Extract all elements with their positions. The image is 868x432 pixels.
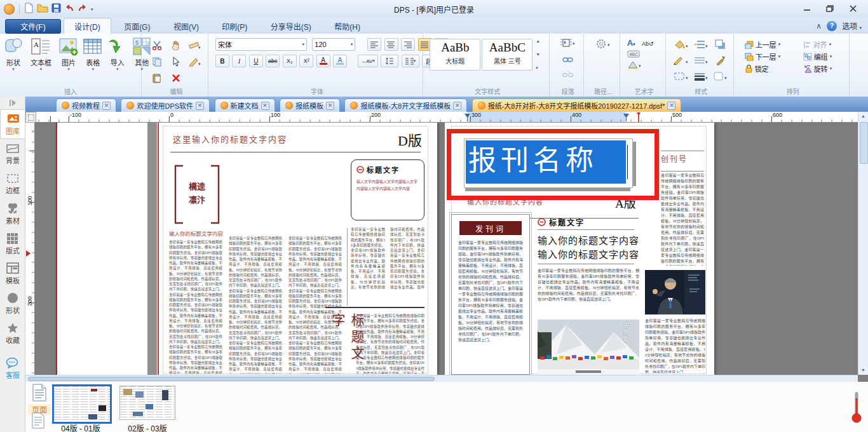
align-right-button[interactable] xyxy=(401,38,415,51)
doc-tab-video-tutorial[interactable]: 视频教程✕ xyxy=(56,98,116,112)
insert-textbox-button[interactable]: A 文本框▾ xyxy=(27,37,55,71)
sidebar-item-favorites[interactable]: 收藏 xyxy=(0,318,25,348)
pen-edit-icon[interactable]: ▾ xyxy=(189,57,201,69)
sidebar-item-layout[interactable]: 版式 xyxy=(0,229,25,259)
page-d-subtitle[interactable]: 输入你的标题文字内容 xyxy=(169,229,223,237)
tab-view[interactable]: 视图(V) xyxy=(163,18,209,34)
collapse-ribbon-icon[interactable]: ∧ xyxy=(816,22,822,30)
align-center-button[interactable] xyxy=(384,38,398,51)
headline-line2[interactable]: 输入你的标题文字内容 xyxy=(538,248,639,262)
shadow-style-icon[interactable] xyxy=(715,39,726,52)
copy-icon[interactable] xyxy=(152,57,162,69)
indent-style-icon[interactable]: ▾ xyxy=(693,40,709,51)
character-spacing-button[interactable]: ↔AV▾ xyxy=(358,55,378,67)
bold-button[interactable]: B xyxy=(215,55,229,67)
founding-column[interactable]: 创刊号 金印客是一家专业数码与传统网络排版印刷的服务平台，拥有30多年印刷服务经… xyxy=(661,148,704,266)
outline-pencil-icon[interactable]: ▾ xyxy=(674,56,689,67)
wordart-a-icon[interactable]: A▾ xyxy=(627,38,635,48)
sidebar-item-gallery[interactable]: 图库 xyxy=(0,109,25,139)
horizontal-scrollbar[interactable] xyxy=(25,375,858,382)
lock-button[interactable]: 锁定 xyxy=(745,64,801,74)
sidebar-item-shapes[interactable]: 形状 xyxy=(0,288,25,318)
mountain-photo[interactable]: 中外观 xyxy=(538,320,639,375)
line-weight-icon[interactable]: ▾ xyxy=(693,72,709,83)
superscript-button[interactable]: X² xyxy=(299,55,313,67)
headline-line1[interactable]: 输入你的标题文字内容 xyxy=(538,234,639,248)
format-painter-icon[interactable] xyxy=(715,55,726,68)
selection-start-marker[interactable] xyxy=(464,113,471,122)
tab-design[interactable]: 设计(D) xyxy=(64,18,111,34)
tab-print[interactable]: 印刷(P) xyxy=(212,18,257,34)
measure-icon[interactable]: ▾ xyxy=(189,40,201,53)
center-article-column[interactable]: 标题文字 输入你的标题文字内容 输入你的标题文字内容 金印客是一家专业数码与传统… xyxy=(538,214,639,375)
file-menu-button[interactable]: 文件(F) xyxy=(5,19,61,34)
tab-close-icon[interactable]: ✕ xyxy=(261,102,269,110)
rotate-button[interactable]: 旋转▾ xyxy=(803,64,854,74)
abc-stamp-icon[interactable]: ABC xyxy=(627,50,640,60)
tab-close-icon[interactable]: ✕ xyxy=(453,102,461,110)
pan-hand-icon[interactable] xyxy=(171,40,181,53)
doc-tab-active-newspaper[interactable]: 报纸-大8开对折-大8开文字报纸模板20190227-1217.dpsf*✕ xyxy=(472,98,682,112)
shape-style-icon[interactable]: ▾ xyxy=(713,71,728,84)
bracket-quote-frame[interactable]: 構逵 凛汴 xyxy=(174,165,220,224)
scroll-up-icon[interactable]: ▲ xyxy=(858,112,868,121)
vertical-ruler[interactable]: 100 200 xyxy=(25,123,35,375)
path-gear-icon[interactable]: ▾ xyxy=(595,41,611,51)
right-photo-column[interactable]: 金印客是一家专业数码与传统网络排版印刷的服务平台，拥有30多年印刷服务经验。金印… xyxy=(645,270,705,375)
delete-icon[interactable] xyxy=(172,74,180,85)
headline-box[interactable]: 标题文字 输入文字内容输入文字内容输入文字内容输入文字内容输入文字内容 xyxy=(351,159,424,220)
design-canvas[interactable]: 这里输入你的标题文字内容 D版 構逵 凛汴 输入你的标题文字内容 xyxy=(35,123,858,375)
tab-page[interactable]: 页面(G) xyxy=(114,18,160,34)
page-d-edition-label[interactable]: D版 xyxy=(398,129,422,149)
body-text-column[interactable]: 金印客是一家专业数码与传统网络排版印刷的服务平台，拥有30多年印刷服务经验。金印… xyxy=(538,268,639,315)
insert-picture-button[interactable]: 图片▾ xyxy=(58,37,79,71)
dashed-border-icon[interactable]: ▾ xyxy=(674,72,689,83)
feedback-thermometer-icon[interactable] xyxy=(851,391,862,426)
tab-close-icon[interactable]: ✕ xyxy=(667,102,675,110)
scroll-down-icon[interactable]: ▼ xyxy=(858,366,868,375)
slant-text-icon[interactable]: ▾ xyxy=(627,60,642,71)
text-style-card-headline[interactable]: AaBb 大标题 xyxy=(430,39,480,71)
thumbnail-spread-1[interactable] xyxy=(52,384,112,424)
select-cursor-icon[interactable] xyxy=(172,57,180,69)
fill-bucket-icon[interactable]: ▾ xyxy=(674,39,689,52)
speaker-photo[interactable] xyxy=(645,270,705,314)
text-wrap-icon[interactable]: ▾ xyxy=(560,38,576,50)
subscript-button[interactable]: X₂ xyxy=(283,55,297,67)
sidebar-item-background[interactable]: 背景 xyxy=(0,139,25,169)
thumbnail-spread-2[interactable] xyxy=(119,386,175,420)
highlight-color-button[interactable]: A xyxy=(333,55,347,67)
hscroll-thumb[interactable] xyxy=(28,377,435,381)
sidebar-item-template[interactable]: 模板 xyxy=(0,259,25,288)
pages-mode-button[interactable]: 页面 xyxy=(28,384,51,415)
italic-button[interactable]: I xyxy=(232,55,246,67)
sidebar-item-border[interactable]: 边框 xyxy=(0,169,25,199)
tab-help[interactable]: 帮助(H) xyxy=(324,18,370,34)
align-button[interactable]: 对齐▾ xyxy=(803,39,854,50)
body-text-column[interactable]: 金印客是一家专业数码与传统网络排版印刷的服务平台，拥有30多年印刷服务经验。金印… xyxy=(661,173,704,266)
tab-close-icon[interactable]: ✕ xyxy=(102,102,111,110)
send-backward-button[interactable]: 下一层▾ xyxy=(745,51,801,62)
body-text-column[interactable]: 金印客是一家专业数码与传统网络排版印刷的服务平台，拥有30多年印刷服务经验。金印… xyxy=(229,236,282,374)
doc-tab-welcome[interactable]: 欢迎使用DPS软件✕ xyxy=(121,98,210,112)
font-size-select[interactable]: 120▾ xyxy=(312,38,355,51)
body-text-column[interactable]: 金印客是一家专业数码与传统网络排版印刷的服务平台，拥有30多年印刷服务经验。金印… xyxy=(645,318,705,373)
body-text-column[interactable]: 金印客是一家专业数码与传统网络排版印刷的服务平台，拥有30多年印刷服务经验。金印… xyxy=(356,313,424,374)
underline-button[interactable]: U xyxy=(249,55,263,67)
text-style-card-heiti[interactable]: AaBbC 黑体 三号 xyxy=(482,39,532,71)
font-family-select[interactable]: 宋体▾ xyxy=(215,38,307,51)
page-spread-a[interactable]: 报刊名称 输入你的标题文字内容 A版 创刊号 金印客是一家专业数码与传统网络排版… xyxy=(445,123,714,375)
options-button[interactable]: 选项 ▾ xyxy=(842,20,862,31)
selection-end-marker[interactable] xyxy=(623,113,630,122)
vscroll-thumb[interactable] xyxy=(860,122,868,164)
master-page-button[interactable] xyxy=(31,412,45,431)
minimize-button[interactable] xyxy=(796,1,818,15)
columns-button[interactable]: ▾ xyxy=(402,55,419,67)
line-style-icon[interactable]: ▾ xyxy=(693,56,709,67)
insert-shape-button[interactable]: 形状▾ xyxy=(3,37,24,71)
sidebar-collapse-icon[interactable] xyxy=(0,97,25,109)
line-spacing-button[interactable] xyxy=(381,55,398,67)
tab-share-export[interactable]: 分享导出(S) xyxy=(261,18,322,34)
paste-icon[interactable] xyxy=(152,73,162,86)
style-gallery-up-icon[interactable]: ▲ xyxy=(536,39,540,43)
